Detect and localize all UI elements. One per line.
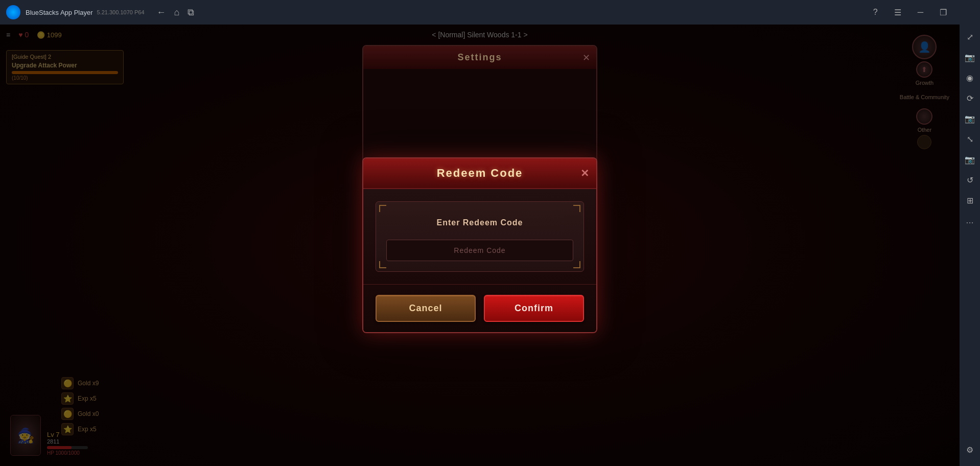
redeem-code-input[interactable] bbox=[386, 240, 573, 261]
back-icon[interactable]: ← bbox=[157, 7, 166, 18]
settings-title: Settings bbox=[457, 52, 502, 62]
copy-icon[interactable]: ⧉ bbox=[188, 7, 194, 18]
minimize-button[interactable]: ─ bbox=[914, 6, 927, 19]
corner-tl-decoration bbox=[379, 205, 386, 212]
titlebar: BlueStacks App Player 5.21.300.1070 P64 … bbox=[0, 0, 980, 25]
redeem-footer: Cancel Confirm bbox=[363, 284, 596, 332]
window-controls: ? ☰ ─ ❐ ✕ bbox=[869, 6, 974, 19]
app-logo bbox=[6, 5, 20, 19]
redeem-input-area: Enter Redeem Code bbox=[376, 201, 584, 272]
confirm-button[interactable]: Confirm bbox=[484, 295, 584, 322]
corner-bl-decoration bbox=[379, 261, 386, 268]
right-sidebar: ⤢ 📷 ◉ ⟳ 📷 ⤡ 📷 ↺ ⊞ … ⚙ bbox=[960, 0, 980, 466]
sidebar-resize-icon[interactable]: ⤢ bbox=[961, 29, 979, 45]
sidebar-expand-icon[interactable]: ⤡ bbox=[961, 131, 979, 147]
redeem-header: Redeem Code ✕ bbox=[363, 158, 596, 189]
corner-tr-decoration bbox=[573, 205, 580, 212]
menu-button[interactable]: ☰ bbox=[890, 6, 905, 19]
restore-button[interactable]: ❐ bbox=[936, 6, 951, 19]
sidebar-rotate-icon[interactable]: ◉ bbox=[961, 69, 979, 86]
titlebar-nav: ← ⌂ ⧉ bbox=[157, 7, 195, 18]
settings-close-icon: ✕ bbox=[582, 52, 590, 63]
redeem-modal: Redeem Code ✕ Enter Redeem Code Cancel C… bbox=[362, 157, 597, 333]
sidebar-screenshot-icon[interactable]: 📷 bbox=[961, 110, 979, 127]
redeem-close-button[interactable]: ✕ bbox=[580, 167, 589, 179]
sidebar-settings-icon[interactable]: ⚙ bbox=[961, 441, 979, 458]
cancel-button[interactable]: Cancel bbox=[376, 295, 476, 322]
app-version: 5.21.300.1070 P64 bbox=[97, 9, 145, 15]
sidebar-camera-icon[interactable]: 📷 bbox=[961, 49, 979, 65]
help-button[interactable]: ? bbox=[869, 6, 882, 19]
settings-header: Settings ✕ bbox=[363, 46, 596, 69]
sidebar-refresh-icon[interactable]: ⟳ bbox=[961, 90, 979, 106]
sidebar-more-icon[interactable]: … bbox=[961, 213, 979, 229]
home-icon[interactable]: ⌂ bbox=[174, 7, 180, 18]
game-background: ≡ ♥ 0 🪙 1099 < [Normal] Silent Woods 1-1… bbox=[0, 25, 960, 466]
redeem-title: Redeem Code bbox=[437, 167, 523, 179]
sidebar-screenshot2-icon[interactable]: 📷 bbox=[961, 151, 979, 168]
sidebar-back-icon[interactable]: ↺ bbox=[961, 172, 979, 188]
redeem-input-label: Enter Redeem Code bbox=[386, 218, 573, 227]
sidebar-grid-icon[interactable]: ⊞ bbox=[961, 192, 979, 208]
corner-br-decoration bbox=[573, 261, 580, 268]
redeem-body: Enter Redeem Code bbox=[363, 189, 596, 284]
app-title: BlueStacks App Player bbox=[26, 9, 93, 16]
